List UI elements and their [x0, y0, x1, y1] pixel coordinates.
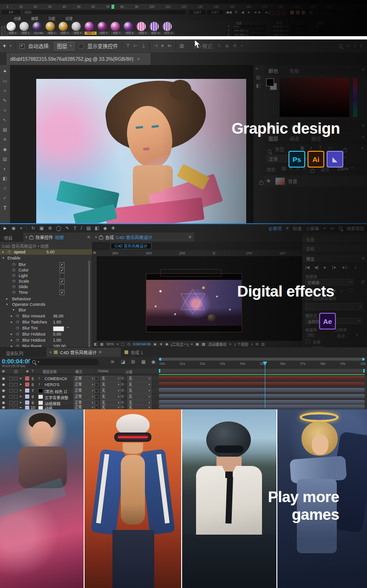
layer-name[interactable]: COMEBACK: [45, 376, 67, 381]
hand-tool-icon[interactable]: ◉: [12, 226, 16, 231]
label-chip[interactable]: [25, 388, 29, 393]
help-search-icon[interactable]: [339, 226, 342, 230]
3d-roll-icon[interactable]: ◉: [225, 44, 229, 48]
fullscreen-checkbox[interactable]: [306, 339, 310, 343]
info-panel-header[interactable]: 信息: [302, 235, 367, 243]
ps-canvas[interactable]: [10, 65, 253, 223]
color-management-icon[interactable]: ◆: [165, 342, 168, 346]
workspace-icon[interactable]: ▭: [346, 44, 350, 48]
parent-dropdown[interactable]: 无▾: [127, 382, 151, 388]
lasso-tool-icon[interactable]: ≈: [4, 89, 7, 93]
filter-shape-icon[interactable]: ▭: [328, 146, 332, 150]
enable-group-row[interactable]: ▼ Enable: [0, 255, 92, 261]
c4d-transport[interactable]: ◀◀↻◀►►►►|: [226, 10, 269, 15]
material-thumb[interactable]: 材质 1: [20, 22, 32, 35]
selection-tool-icon[interactable]: ►: [3, 226, 7, 231]
resolution-value[interactable]: 自动: [337, 333, 345, 338]
checkbox[interactable]: ✓: [59, 290, 65, 295]
col-parent[interactable]: 父级: [125, 369, 132, 374]
tool-preset-caret-icon[interactable]: ▾: [10, 44, 12, 48]
include-overlays-icon[interactable]: ⬚: [349, 288, 353, 292]
solo-box[interactable]: [9, 383, 13, 387]
material-thumb[interactable]: 材质 5: [98, 22, 110, 35]
pen-tool-icon[interactable]: ✎: [66, 226, 69, 231]
tab-composition[interactable]: × 合成 C4D 音乐风格设计 ≡: [92, 233, 194, 242]
opacity-caret-icon[interactable]: ▾: [344, 156, 346, 160]
workspace-caret-icon[interactable]: ▾: [354, 44, 356, 48]
puppet-tool-icon[interactable]: ✚: [111, 226, 115, 231]
reset-icon[interactable]: ↺: [361, 280, 365, 284]
preset-box-icon[interactable]: ▭: [330, 226, 334, 231]
shape-tool-icon[interactable]: ◯: [56, 226, 61, 231]
audio-mute-icon[interactable]: ♪: [354, 265, 357, 270]
mask-toggle-icon[interactable]: ◇: [127, 342, 130, 346]
brush-tool-icon[interactable]: /: [81, 226, 82, 231]
last-frame-icon[interactable]: ►|: [342, 265, 347, 270]
parent-pickwhip-icon[interactable]: ◎: [121, 382, 124, 386]
foreground-color-swatch[interactable]: [266, 78, 274, 86]
material-thumb[interactable]: 材质 10: [150, 22, 162, 35]
pan-behind-tool-icon[interactable]: ⊕: [48, 226, 52, 231]
prev-frame-icon[interactable]: ◀|: [314, 265, 318, 270]
timeline-search-field[interactable]: ▾: [29, 359, 99, 365]
col-layer-name[interactable]: 图层名称: [43, 369, 57, 374]
solo-box[interactable]: [9, 377, 13, 381]
record-rotation-icon[interactable]: [282, 11, 286, 15]
align-top-icon[interactable]: ⊤: [126, 44, 130, 48]
enable-row-blur[interactable]: ◷Blur✓: [0, 262, 92, 267]
view-layout[interactable]: 1 个视图: [234, 342, 249, 347]
history-panel-icon[interactable]: ▤: [256, 75, 260, 80]
eraser-tool-icon[interactable]: ◧: [95, 226, 99, 231]
work-area-end-handle[interactable]: [362, 358, 365, 361]
mode-dropdown[interactable]: 正常▾: [73, 376, 95, 381]
solo-box[interactable]: [9, 401, 13, 405]
close-tab-icon[interactable]: ×: [95, 235, 97, 239]
lock-transparent-icon[interactable]: ▨: [282, 166, 286, 171]
workspace-menu-icon[interactable]: ≡: [286, 226, 289, 231]
framerate-value[interactable]: (30): [307, 333, 314, 337]
parent-dropdown[interactable]: 无▾: [127, 388, 151, 394]
gradient-tool-icon[interactable]: ◧: [3, 176, 7, 181]
behaviour-group-row[interactable]: ►Behaviour: [0, 296, 92, 302]
filter-toggle-icon[interactable]: ●: [361, 146, 364, 150]
t-box[interactable]: [95, 377, 98, 381]
align-bottom-icon[interactable]: ⊥: [142, 44, 146, 48]
pos-z-field[interactable]: -730.488 cm: [232, 33, 267, 36]
tab-swatches[interactable]: 色板: [289, 67, 299, 74]
hide-shy-icon[interactable]: ⊞: [131, 360, 135, 364]
rotobrush-tool-icon[interactable]: ◆: [104, 226, 107, 231]
goto-end-icon[interactable]: ►|: [265, 10, 269, 15]
eye-icon[interactable]: ◉: [2, 388, 5, 393]
3d-pan-icon[interactable]: ✚: [233, 44, 236, 48]
rot-p-field[interactable]: 0 °: [314, 29, 336, 32]
checkbox[interactable]: ✓: [59, 262, 65, 267]
rot-h-field[interactable]: -90 °: [314, 25, 336, 28]
material-thumb[interactable]: Cyc Ma: [33, 22, 45, 35]
exposure-icon[interactable]: ⊗: [159, 342, 163, 346]
filter-smartobject-icon[interactable]: [343, 149, 347, 152]
size-y-field[interactable]: 2706.412 cm: [272, 29, 308, 32]
panel-menu-icon[interactable]: ≡: [189, 235, 191, 239]
channel-icon[interactable]: ▦: [100, 342, 104, 346]
menu-texture[interactable]: 纹理: [66, 16, 72, 21]
frame-b-field[interactable]: 218 F: [207, 10, 223, 14]
play-icon[interactable]: ►: [247, 10, 251, 15]
parent-pickwhip-icon[interactable]: ◎: [121, 376, 124, 380]
transparency-grid-icon[interactable]: ▩: [202, 342, 205, 346]
collapse-panels-icon[interactable]: «: [256, 66, 258, 71]
menu-edit[interactable]: 编辑: [31, 16, 38, 21]
help-search-label[interactable]: 搜索帮助: [347, 225, 364, 232]
blur-group-row[interactable]: ▼Blur: [0, 307, 92, 313]
lock-box[interactable]: [14, 395, 18, 399]
material-thumb[interactable]: 材质 2: [46, 22, 58, 35]
col-mode[interactable]: 模式: [75, 369, 82, 374]
viewer-timecode[interactable]: 0:00:04:09: [133, 342, 151, 346]
param-blur-holdout[interactable]: ►◷Blur Holdout0.00: [0, 331, 92, 337]
first-frame-icon[interactable]: |◀: [305, 265, 309, 270]
keying-icon[interactable]: [301, 11, 305, 14]
parent-pickwhip-icon[interactable]: ◎: [121, 394, 124, 398]
auto-select-dropdown[interactable]: 图层▾: [54, 42, 75, 51]
label-chip[interactable]: [25, 376, 29, 381]
parent-pickwhip-icon[interactable]: ◎: [121, 388, 124, 392]
enable-row-time[interactable]: ◷Time✓: [0, 290, 92, 295]
